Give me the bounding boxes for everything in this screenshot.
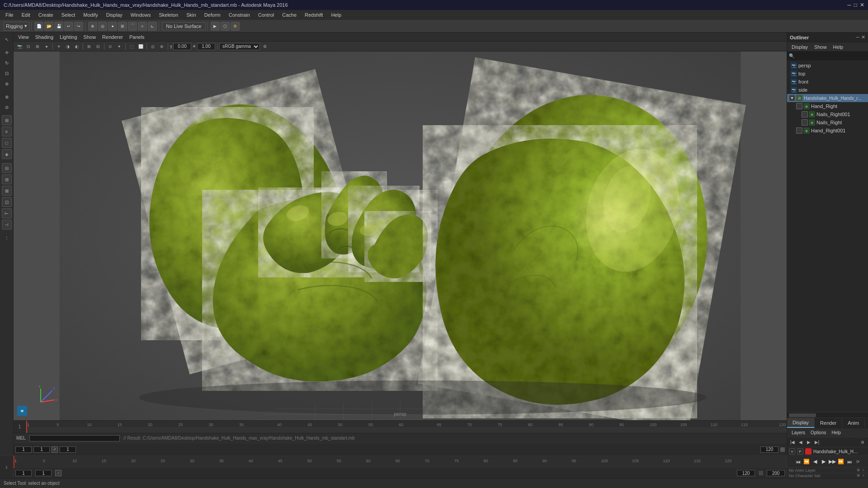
menu-redshift[interactable]: Redshift	[301, 11, 326, 19]
tree-item-side[interactable]: 📷 side	[787, 86, 868, 94]
live-surface-btn[interactable]: No Live Surface	[162, 22, 205, 30]
3d-viewport[interactable]: persp Z X Y M	[14, 52, 787, 420]
nails001-cb[interactable]	[802, 111, 808, 117]
tree-item-nails-right001[interactable]: ◈ Nails_Right001	[787, 110, 868, 118]
select-tool-btn[interactable]: ↖	[2, 34, 12, 44]
end-range-input[interactable]	[760, 446, 778, 453]
tool3-btn[interactable]: ⊠	[2, 186, 12, 196]
loop-btn[interactable]: ⟳	[855, 459, 861, 465]
subtab-layers[interactable]: Layers	[789, 429, 808, 436]
prev-key-btn[interactable]: ⏪	[802, 458, 811, 466]
menu-modify[interactable]: Modify	[80, 11, 101, 19]
menu-constrain[interactable]: Constrain	[225, 11, 254, 19]
vt-display-btn[interactable]: ⊙	[106, 42, 114, 51]
undo-btn[interactable]: ↩	[64, 22, 73, 31]
tree-item-front[interactable]: 📷 front	[787, 78, 868, 86]
vt-ao-btn[interactable]: ◐	[73, 42, 81, 51]
next-key-btn[interactable]: ⏩	[837, 458, 845, 466]
ipr-btn[interactable]: ⬡	[221, 22, 230, 31]
mode-dropdown[interactable]: Rigging ▾	[4, 22, 29, 31]
gamma-input[interactable]	[173, 43, 191, 50]
vt-cam-btn[interactable]: 📷	[15, 42, 24, 51]
exposure-input[interactable]	[197, 43, 215, 50]
soft-select-btn[interactable]: ⊕	[2, 92, 12, 102]
field-checkbox[interactable]: ✓	[55, 470, 61, 476]
outliner-display-menu[interactable]: Display	[789, 43, 811, 51]
vt-shadow-btn[interactable]: ◑	[64, 42, 72, 51]
menu-edit[interactable]: Edit	[18, 11, 34, 19]
menu-skeleton[interactable]: Skeleton	[155, 11, 182, 19]
vt-isolate-btn[interactable]: ⊡	[24, 42, 33, 51]
colorspace-dropdown[interactable]: sRGB gamma	[219, 43, 260, 50]
timeline-ruler-row[interactable]: 1 5 10 15 20 25 30 35 40 45 50 55 60 65 …	[14, 456, 787, 468]
tree-item-hand-right001[interactable]: ◈ Hand_Right001	[787, 127, 868, 135]
timeline-scrub-area[interactable]: 1 5 10 15 20 25 30 35 40 45 50 55 60 65	[26, 421, 787, 433]
snap-grid-btn[interactable]: ⊞	[118, 22, 127, 31]
menu-create[interactable]: Create	[35, 11, 57, 19]
outliner-close-btn[interactable]: ✕	[861, 34, 865, 40]
layer-prev-btn[interactable]: ◀	[797, 439, 804, 446]
layer-v-btn[interactable]: V	[789, 448, 795, 455]
paint-btn[interactable]: ●	[108, 22, 117, 31]
anim-layer-add[interactable]: +	[861, 468, 866, 473]
timeline-playhead[interactable]	[26, 421, 27, 433]
nails-right-cb[interactable]	[802, 119, 808, 126]
open-btn[interactable]: 📂	[44, 22, 53, 31]
vt-hud-btn[interactable]: ⊟	[94, 42, 102, 51]
scene-root-cb[interactable]: ▼	[789, 95, 795, 101]
outliner-search-input[interactable]	[796, 53, 866, 58]
render-btn[interactable]: ▶	[211, 22, 220, 31]
vt-wire-btn[interactable]: ⊞	[33, 42, 42, 51]
mel-input[interactable]	[29, 435, 120, 441]
tool5-btn[interactable]: ⊢	[2, 208, 12, 218]
tree-item-top[interactable]: 📷 top	[787, 70, 868, 78]
outliner-btn[interactable]: ≡	[2, 127, 12, 136]
channel-box-btn[interactable]: □	[2, 138, 12, 148]
select-mode-btn[interactable]: ⊕	[88, 22, 97, 31]
maximize-btn[interactable]: □	[854, 2, 857, 8]
move-tool-btn[interactable]: ✛	[2, 47, 12, 57]
hand-right-cb[interactable]	[796, 103, 802, 109]
layer-add-btn[interactable]: |◀	[789, 439, 796, 446]
outliner-show-menu[interactable]: Show	[811, 43, 830, 51]
layer-color-swatch[interactable]	[805, 448, 811, 455]
current-frame-input[interactable]	[33, 446, 50, 453]
play-btn[interactable]: ▶	[820, 458, 828, 466]
tree-item-nails-right[interactable]: ◈ Nails_Right	[787, 118, 868, 127]
vt-lights-btn[interactable]: ☀	[55, 42, 63, 51]
lasso-btn[interactable]: ◎	[98, 22, 107, 31]
vt-resolution-gate-btn[interactable]: ⬚	[127, 42, 136, 51]
menu-windows[interactable]: Windows	[127, 11, 155, 19]
shading-menu[interactable]: Shading	[33, 33, 56, 41]
close-btn[interactable]: ✕	[860, 2, 864, 8]
tool1-btn[interactable]: ⊟	[2, 163, 12, 173]
vt-joint-xray-btn[interactable]: ⊕	[158, 42, 166, 51]
anim-layer-settings[interactable]: ⚙	[855, 468, 861, 473]
panels-menu[interactable]: Panels	[127, 33, 147, 41]
save-btn[interactable]: 💾	[54, 22, 63, 31]
start-frame-input[interactable]	[15, 446, 32, 453]
char-set-settings[interactable]: ⚙	[855, 473, 861, 479]
subtab-help[interactable]: Help	[829, 429, 844, 436]
menu-select[interactable]: Select	[58, 11, 79, 19]
step-back-btn[interactable]: ◀	[811, 458, 819, 466]
show-menu[interactable]: Show	[81, 33, 99, 41]
layer-next-btn[interactable]: ▶	[805, 439, 812, 446]
more-btn[interactable]: ⋮	[2, 233, 12, 243]
snap-curve-btn[interactable]: ⌒	[128, 22, 137, 31]
menu-file[interactable]: File	[2, 11, 17, 19]
rotate-tool-btn[interactable]: ↻	[2, 58, 12, 68]
render-settings-btn[interactable]: ⚙	[231, 22, 240, 31]
minimize-btn[interactable]: ─	[847, 2, 851, 8]
outliner-help-menu[interactable]: Help	[830, 43, 846, 51]
playhead[interactable]	[14, 456, 14, 468]
vt-safe-action-btn[interactable]: ⬜	[137, 42, 145, 51]
vt-xray-btn[interactable]: ◎	[149, 42, 157, 51]
menu-deform[interactable]: Deform	[201, 11, 224, 19]
layer-end-btn[interactable]: ▶|	[813, 439, 821, 446]
tool4-btn[interactable]: ⊡	[2, 197, 12, 207]
timeline-bar[interactable]: 1 1 5 10 15 20 25 30 35 40 45 50	[14, 420, 787, 433]
subtab-options[interactable]: Options	[808, 429, 829, 436]
out-field[interactable]	[767, 470, 785, 476]
step-fwd-btn[interactable]: ▶▶	[828, 458, 836, 466]
